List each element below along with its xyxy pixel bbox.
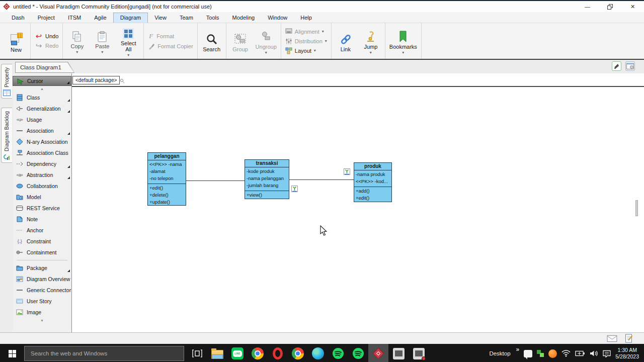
redo-button[interactable]: ↪ Redo xyxy=(35,42,58,49)
menu-dash[interactable]: Dash xyxy=(5,13,31,23)
link-button[interactable]: Link xyxy=(336,30,356,52)
uml-class-pelanggan[interactable]: pelanggan <<PK>> -nama -alamat -no telep… xyxy=(147,152,186,206)
taskbar-spotify[interactable] xyxy=(328,344,348,362)
association-transaksi-produk[interactable] xyxy=(289,179,354,180)
distribution-button[interactable]: Distribution ▾ xyxy=(285,38,327,45)
tray-overflow-chevron-icon[interactable]: » xyxy=(516,346,520,353)
palette-item-containment[interactable]: Containment xyxy=(13,247,71,258)
taskbar-chrome-2[interactable] xyxy=(288,344,308,362)
menu-team[interactable]: Team xyxy=(173,13,200,23)
palette-item-generic-connector[interactable]: Generic Connector xyxy=(13,285,71,296)
tab-class-diagram1[interactable]: Class Diagram1 xyxy=(15,62,74,73)
palette-item-usage[interactable]: «u» Usage xyxy=(13,114,71,125)
task-view-button[interactable] xyxy=(187,344,207,362)
palette-item-constraint[interactable]: {..} Constraint xyxy=(13,236,71,247)
format-copier-button[interactable]: Format Copier xyxy=(148,43,193,50)
battery-icon[interactable] xyxy=(575,350,585,356)
edge-icon xyxy=(312,347,324,359)
palette-item-user-story[interactable]: User Story xyxy=(13,296,71,307)
breadcrumb[interactable]: <default package> xyxy=(72,76,120,84)
resource-catalog-icon[interactable] xyxy=(344,168,350,175)
flyout-triangle-icon xyxy=(67,176,70,179)
uml-class-transaksi[interactable]: transaksi -kode produk -nama pelanggan -… xyxy=(245,159,289,199)
mail-icon[interactable] xyxy=(607,334,617,342)
palette-item-rest-service[interactable]: REST Service xyxy=(13,203,71,214)
menu-agile[interactable]: Agile xyxy=(88,13,113,23)
taskbar-spotify-2[interactable] xyxy=(348,344,368,362)
jump-button[interactable]: Jump ▾ xyxy=(361,28,381,55)
taskbar-search-input[interactable] xyxy=(24,346,184,361)
palette-item-generalization[interactable]: Generalization xyxy=(13,103,71,114)
diagram-canvas[interactable]: <default package> pelanggan <<PK>> -nama… xyxy=(71,73,644,332)
bookmarks-button[interactable]: Bookmarks ▾ xyxy=(389,28,417,55)
action-center-icon[interactable] xyxy=(603,350,611,357)
search-button[interactable]: Search xyxy=(202,30,222,52)
volume-icon[interactable] xyxy=(590,350,598,357)
wifi-icon[interactable] xyxy=(561,350,571,357)
log-editor-icon[interactable] xyxy=(624,334,633,343)
taskbar-chrome[interactable] xyxy=(248,344,268,362)
resource-catalog-icon[interactable] xyxy=(291,186,298,192)
taskbar-edge[interactable] xyxy=(308,344,328,362)
diagram-backlog-tab[interactable]: Diagram Backlog xyxy=(1,108,12,163)
menu-modeling[interactable]: Modeling xyxy=(226,13,262,23)
menu-help[interactable]: Help xyxy=(294,13,318,23)
group-button[interactable]: Group xyxy=(230,30,251,52)
menu-diagram[interactable]: Diagram xyxy=(113,13,148,23)
green-utility-tray-icon[interactable] xyxy=(537,350,544,357)
palette-scroll-down[interactable]: ▼ xyxy=(13,318,71,324)
taskbar-visual-paradigm[interactable] xyxy=(368,344,388,362)
desktop-label[interactable]: Desktop xyxy=(489,350,510,356)
association-pelanggan-transaksi[interactable] xyxy=(186,180,245,181)
menu-project[interactable]: Project xyxy=(31,13,61,23)
ungroup-button[interactable]: Ungroup ▾ xyxy=(256,28,277,55)
avast-tray-icon[interactable] xyxy=(548,349,557,358)
layout-button[interactable]: Layout ▾ xyxy=(285,47,327,54)
undo-button[interactable]: ↩ Undo xyxy=(35,33,58,40)
uml-class-produk[interactable]: produk -nama produk <<PK>> -kod... +add(… xyxy=(354,162,392,202)
taskbar-file-explorer[interactable] xyxy=(207,344,227,362)
palette-item-anchor[interactable]: Anchor xyxy=(13,225,71,236)
palette-item-package[interactable]: Package xyxy=(13,262,71,274)
rest-service-icon xyxy=(16,205,24,212)
select-all-button[interactable]: Select All ▾ xyxy=(117,25,139,57)
titlebar: untitled * - Visual Paradigm Community E… xyxy=(0,1,644,12)
palette-item-dependency[interactable]: Dependency xyxy=(13,158,71,169)
format-button[interactable]: F Format xyxy=(148,32,193,40)
taskbar-line[interactable]: LINE xyxy=(227,344,248,362)
new-button[interactable]: New xyxy=(6,30,26,53)
copy-button[interactable]: Copy ▾ xyxy=(67,28,87,54)
palette-item-abstraction[interactable]: «a» Abstraction xyxy=(13,169,71,180)
palette-item-collaboration[interactable]: Collaboration xyxy=(13,180,71,192)
menu-window[interactable]: Window xyxy=(261,13,294,23)
taskbar-photos-2[interactable] xyxy=(409,344,429,362)
palette-scroll-up[interactable]: ▲ xyxy=(13,86,71,92)
palette-item-association-class[interactable]: Association Class xyxy=(13,147,71,158)
paste-button[interactable]: Paste ▾ xyxy=(92,28,112,54)
canvas-vertical-scrollbar[interactable] xyxy=(635,200,638,216)
panel-layout-button[interactable] xyxy=(625,61,635,71)
whiteboard-button[interactable] xyxy=(612,61,621,71)
chat-bubble-tray-icon[interactable] xyxy=(524,350,532,357)
taskbar-photos[interactable] xyxy=(388,344,409,362)
taskbar-opera[interactable] xyxy=(268,344,288,362)
palette-item-diagram-overview[interactable]: Diagram Overview xyxy=(13,274,71,285)
taskbar-clock[interactable]: 1:30 AM 5/28/2023 xyxy=(615,347,639,360)
palette-item-model[interactable]: Model xyxy=(13,192,71,203)
menu-tools[interactable]: Tools xyxy=(200,13,226,23)
property-pane-tab[interactable]: Property xyxy=(1,64,12,99)
palette-item-cursor[interactable]: Cursor xyxy=(13,76,71,86)
palette-item-class[interactable]: Class xyxy=(13,92,71,103)
minimize-button[interactable]: — xyxy=(576,1,599,12)
palette-item-note[interactable]: Note xyxy=(13,214,71,225)
breadcrumb-search-icon[interactable] xyxy=(120,78,125,83)
restore-button[interactable] xyxy=(599,1,621,12)
alignment-button[interactable]: Alignment ▾ xyxy=(285,28,327,35)
palette-item-image[interactable]: Image xyxy=(13,307,71,318)
start-button[interactable] xyxy=(0,344,24,362)
menu-itsm[interactable]: ITSM xyxy=(61,13,88,23)
menu-view[interactable]: View xyxy=(148,13,173,23)
palette-item-association[interactable]: Association xyxy=(13,125,71,136)
close-button[interactable]: ✕ xyxy=(621,1,644,12)
palette-item-nary-association[interactable]: N-ary Association xyxy=(13,136,71,147)
